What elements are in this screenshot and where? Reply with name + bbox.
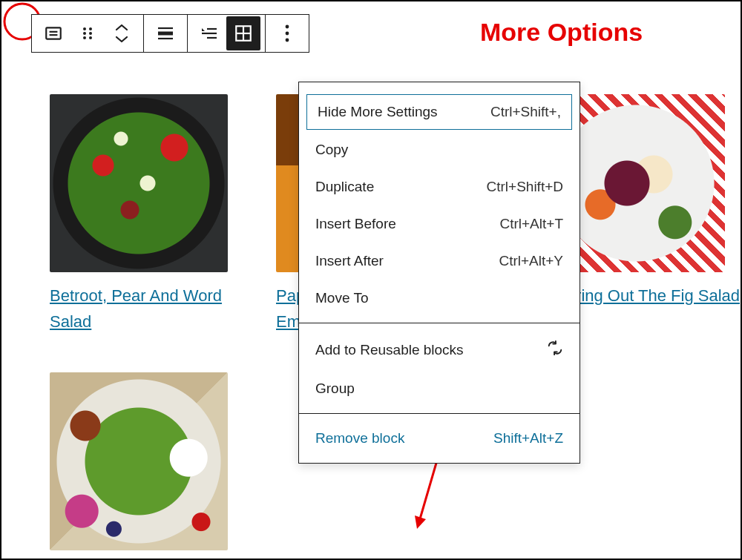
svg-point-19 [286, 32, 289, 36]
post-title-link[interactable]: Betroot, Pear And Word Salad [50, 283, 228, 335]
svg-point-20 [286, 39, 289, 42]
menu-item-label: Hide More Settings [318, 104, 438, 120]
menu-item-insert-before[interactable]: Insert Before Ctrl+Alt+T [299, 205, 580, 243]
menu-item-shortcut: Ctrl+Shift+, [490, 104, 561, 120]
drag-handle-button[interactable] [70, 16, 105, 50]
svg-point-4 [89, 27, 92, 30]
menu-item-label: Group [315, 381, 355, 397]
post-card: Betroot, Pear And Word Salad [50, 94, 228, 335]
align-button[interactable] [148, 16, 183, 50]
indent-button[interactable] [192, 16, 226, 50]
menu-item-remove-block[interactable]: Remove block Shift+Alt+Z [299, 420, 580, 457]
move-up-down-button[interactable] [105, 16, 139, 50]
svg-point-18 [286, 25, 289, 29]
menu-item-label: Move To [315, 290, 368, 306]
menu-item-move-to[interactable]: Move To [299, 280, 580, 317]
menu-item-group[interactable]: Group [299, 370, 580, 407]
svg-point-7 [83, 36, 86, 39]
menu-item-duplicate[interactable]: Duplicate Ctrl+Shift+D [299, 168, 580, 205]
svg-point-8 [89, 36, 92, 39]
reusable-icon [547, 340, 563, 360]
svg-point-3 [83, 27, 86, 30]
menu-item-insert-after[interactable]: Insert After Ctrl+Alt+Y [299, 243, 580, 280]
grid-view-button[interactable] [226, 16, 260, 50]
menu-item-label: Copy [315, 142, 348, 158]
svg-marker-25 [415, 515, 426, 529]
svg-point-6 [89, 32, 92, 35]
more-options-button[interactable] [270, 16, 304, 50]
svg-point-5 [83, 32, 86, 35]
svg-rect-0 [46, 27, 61, 39]
menu-item-shortcut: Ctrl+Alt+Y [499, 253, 563, 269]
menu-item-hide-more-settings[interactable]: Hide More Settings Ctrl+Shift+, [306, 94, 572, 130]
list-view-button[interactable] [36, 16, 70, 50]
annotation-label: More Options [480, 18, 643, 47]
more-options-menu: Hide More Settings Ctrl+Shift+, Copy Dup… [298, 82, 580, 464]
menu-item-label: Add to Reusable blocks [315, 342, 464, 358]
menu-item-shortcut: Shift+Alt+Z [493, 430, 563, 447]
menu-item-label: Remove block [315, 430, 404, 447]
menu-item-shortcut: Ctrl+Shift+D [487, 179, 563, 195]
menu-item-shortcut: Ctrl+Alt+T [499, 216, 563, 232]
menu-item-label: Duplicate [315, 179, 374, 195]
editor-frame: Betroot, Pear And Word Salad Paper Light… [0, 0, 742, 560]
menu-item-label: Insert Before [315, 216, 396, 232]
menu-item-add-reusable[interactable]: Add to Reusable blocks [299, 329, 580, 370]
post-thumbnail[interactable] [50, 372, 228, 550]
post-card [50, 372, 228, 550]
block-toolbar [31, 14, 309, 53]
menu-item-copy[interactable]: Copy [299, 131, 580, 168]
post-thumbnail[interactable] [50, 94, 228, 272]
menu-item-label: Insert After [315, 253, 384, 269]
